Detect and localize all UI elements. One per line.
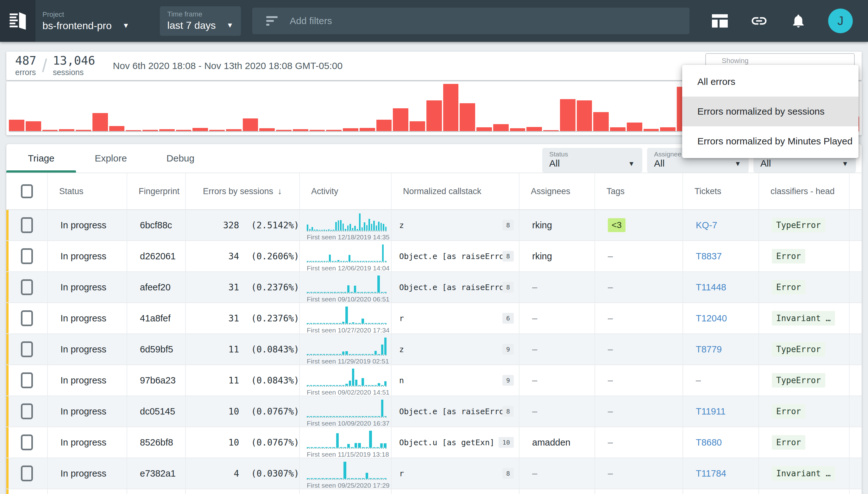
- table-row[interactable]: In progress6bcf88c328(2.5142%)First seen…: [6, 210, 862, 241]
- tags-empty: –: [608, 468, 613, 479]
- ticket-link[interactable]: T8837: [696, 251, 722, 262]
- spark-bar: [355, 380, 357, 386]
- row-checkbox[interactable]: [21, 248, 33, 264]
- sessions-count: 13,046: [53, 55, 95, 66]
- filter-select-status[interactable]: StatusAll▼: [542, 148, 642, 173]
- table-header-row: StatusFingerprintErrors by sessions↓Acti…: [6, 173, 862, 210]
- spark-bar: [317, 416, 319, 417]
- ticket-link[interactable]: T8680: [696, 437, 722, 448]
- spark-bar: [325, 478, 328, 479]
- timeframe-value: last 7 days: [167, 20, 216, 31]
- spark-bar: [307, 292, 309, 292]
- assignee-value: –: [532, 344, 537, 355]
- spark-bar: [362, 478, 365, 479]
- row-checkbox[interactable]: [21, 310, 33, 326]
- table-row[interactable]: In progress41a8fef31(0.2376%)First seen …: [6, 303, 862, 334]
- spark-bar: [371, 416, 374, 417]
- spark-bar: [351, 447, 354, 448]
- table-row[interactable]: In progressd26206134(0.2606%)First seen …: [6, 241, 862, 272]
- ticket-link[interactable]: T8779: [696, 344, 722, 355]
- activity-sparkline-wrap: First seen 12/18/2019 14:35: [307, 210, 387, 240]
- user-avatar[interactable]: J: [828, 8, 853, 33]
- ticket-link[interactable]: T11911: [696, 406, 726, 417]
- classifier-badge: Error: [772, 280, 805, 294]
- spark-bar: [327, 261, 328, 262]
- first-seen-label: First seen 12/06/2019 14:04: [307, 264, 387, 271]
- spark-bar: [321, 261, 322, 262]
- spark-bar: [310, 323, 312, 324]
- spark-bar: [384, 443, 387, 448]
- row-checkbox[interactable]: [21, 466, 33, 481]
- errors-count: 11: [190, 344, 239, 355]
- bar: [276, 130, 292, 131]
- notifications-button[interactable]: [789, 12, 808, 31]
- sessions-count-label: sessions: [53, 68, 95, 77]
- spark-bar: [349, 381, 351, 386]
- tab-debug[interactable]: Debug: [145, 144, 215, 173]
- spark-bar: [326, 385, 328, 386]
- menu-item-1[interactable]: Errors normalized by sessions: [682, 97, 859, 126]
- project-selector[interactable]: Project bs-frontend-pro ▼: [42, 11, 130, 32]
- backtrace-logo-icon: [7, 10, 28, 32]
- spark-bar: [323, 230, 325, 230]
- ticket-link[interactable]: T11784: [696, 468, 726, 479]
- row-checkbox[interactable]: [21, 217, 33, 233]
- spark-bar: [320, 323, 322, 324]
- row-checkbox[interactable]: [21, 403, 33, 419]
- assignees-cell: –: [519, 272, 595, 302]
- bar: [59, 129, 74, 131]
- tags-cell: –: [595, 396, 683, 426]
- spark-bar: [371, 385, 374, 386]
- spark-bar: [380, 478, 383, 479]
- callstack-cell: n9: [392, 365, 519, 396]
- menu-item-2[interactable]: Errors normalized by Minutes Played: [682, 126, 859, 156]
- table-row[interactable]: In progresse7382a14(0.0307%)First seen 0…: [6, 458, 862, 489]
- timeframe-selector[interactable]: Time frame last 7 days ▼: [160, 6, 241, 36]
- menu-item-0[interactable]: All errors: [682, 67, 859, 97]
- column-header-Tags: Tags: [595, 173, 683, 209]
- table-row[interactable]: In progress97b6a2311(0.0843%)First seen …: [6, 365, 862, 396]
- activity-sparkline: [307, 277, 387, 293]
- errors-count: 34: [190, 251, 239, 262]
- spark-bar: [319, 230, 320, 230]
- tab-triage[interactable]: Triage: [6, 144, 76, 173]
- row-checkbox[interactable]: [21, 435, 33, 450]
- dashboard-layout-button[interactable]: [710, 12, 729, 31]
- spark-bar: [381, 323, 383, 324]
- table-row[interactable]: In progress8526bf810(0.0767%)First seen …: [6, 427, 862, 458]
- spark-bar: [342, 385, 344, 386]
- spark-bar: [329, 478, 332, 479]
- errors-count-cell: [186, 489, 300, 494]
- spark-bar: [360, 292, 363, 292]
- spark-bar: [381, 292, 383, 292]
- ticket-link[interactable]: T12040: [696, 313, 727, 324]
- copy-link-button[interactable]: [750, 12, 769, 31]
- table-row-partial[interactable]: [6, 489, 862, 494]
- spark-bar: [313, 385, 315, 386]
- row-checkbox[interactable]: [21, 279, 33, 295]
- table-row[interactable]: In progressdc0514510(0.0767%)First seen …: [6, 396, 862, 427]
- table-row[interactable]: In progress6d59bf511(0.0843%)First seen …: [6, 334, 862, 365]
- select-all-checkbox[interactable]: [21, 184, 33, 198]
- sort-desc-icon[interactable]: ↓: [278, 186, 282, 196]
- ticket-link[interactable]: T11448: [696, 282, 726, 292]
- tab-explore[interactable]: Explore: [76, 144, 145, 173]
- row-checkbox[interactable]: [21, 373, 33, 388]
- spark-bar: [377, 276, 380, 292]
- status-cell: In progress: [48, 241, 127, 271]
- ticket-link[interactable]: KQ-7: [696, 220, 717, 230]
- spark-bar: [321, 230, 322, 230]
- spark-bar: [361, 416, 364, 417]
- table-row[interactable]: In progressafeef2031(0.2376%)First seen …: [6, 272, 862, 303]
- add-filters-input[interactable]: Add filters: [252, 7, 689, 34]
- row-checkbox-cell: [6, 427, 48, 458]
- callstack-frame: z: [399, 345, 404, 354]
- assignee-value: rking: [532, 251, 552, 262]
- activity-sparkline: [307, 307, 387, 325]
- assignees-cell: –: [519, 365, 595, 396]
- app-logo[interactable]: [0, 0, 36, 42]
- spark-bar: [355, 323, 357, 324]
- assignees-cell: –: [519, 396, 595, 426]
- column-header-label: Tickets: [694, 187, 722, 196]
- row-checkbox[interactable]: [21, 341, 33, 357]
